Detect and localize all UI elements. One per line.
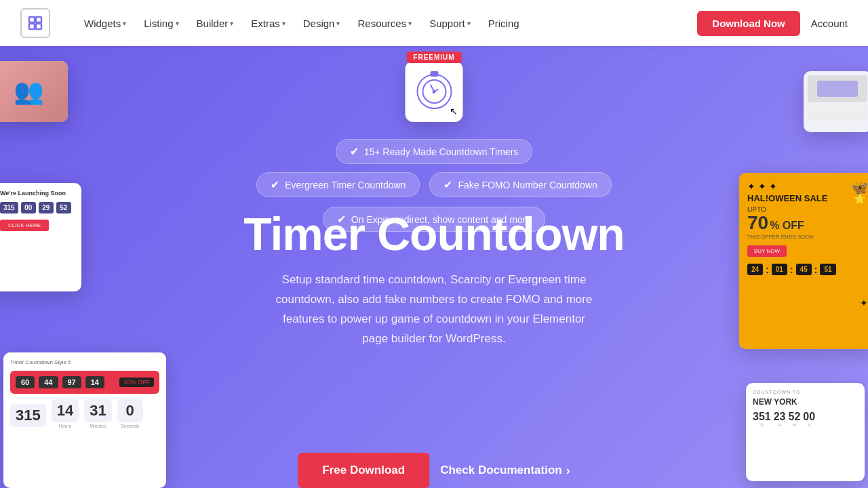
download-now-button[interactable]: Download Now	[697, 11, 800, 36]
hero-heading: Timer Countdown Setup standard time coun…	[197, 210, 671, 349]
hw-hours: 01	[772, 264, 787, 275]
halloween-sale: Hal!oween Sale	[747, 193, 867, 203]
feature-pill-fomo: ✔ Fake FOMO Number Countdown	[429, 172, 611, 197]
halloween-off: % OFF	[770, 220, 804, 232]
check-docs-label: Check Documentation	[440, 464, 561, 477]
nav-links: Widgets ▾ Listing ▾ Builder ▾ Extras ▾ D…	[77, 14, 697, 33]
feature-pill-evergreen: ✔ Evergreen Timer Countdown	[256, 172, 420, 197]
br-seconds: 00	[803, 411, 815, 423]
nav-item-builder[interactable]: Builder ▾	[190, 14, 241, 33]
count-minutes: 29	[39, 202, 54, 214]
halloween-countdown: 24 : 01 : 45 : 51	[747, 264, 867, 275]
halloween-inner: ✦ ✦ ✦ Hal!oween Sale UPTO 70 % OFF THIS …	[739, 173, 868, 349]
hero-title: Timer Countdown	[197, 210, 671, 258]
feature-text-1: 15+ Ready Made Countdown Timers	[364, 146, 519, 157]
account-button[interactable]: Account	[811, 18, 848, 29]
freemium-badge: FREEMIUM	[406, 52, 461, 63]
br-title: COUNTDOWN TO	[753, 390, 858, 394]
hero-section: 👥 We're Launching Soon 315 00 29 52	[0, 0, 868, 488]
check-documentation-button[interactable]: Check Documentation ›	[440, 464, 570, 478]
timer-hour-hand	[434, 89, 439, 92]
free-download-button[interactable]: Free Download	[298, 453, 429, 488]
br-days: 351	[753, 411, 771, 423]
check-icon-2: ✔	[271, 178, 279, 191]
check-icon: ✔	[350, 145, 359, 158]
nav-item-extras[interactable]: Extras ▾	[244, 14, 292, 33]
nav-item-resources[interactable]: Resources ▾	[351, 14, 418, 33]
preview-card-bottom-right: COUNTDOWN TO NEW YORK 351 D 23 H 52 M 00…	[746, 383, 865, 481]
hw-seconds: 51	[820, 264, 835, 275]
cta-buttons: Free Download Check Documentation ›	[298, 453, 570, 488]
lc-seconds: 0	[117, 399, 143, 422]
svg-rect-1	[36, 17, 41, 22]
halloween-stars: ✦ ✦ ✦	[747, 181, 867, 192]
lc-days: 315	[10, 404, 46, 427]
nav-item-listing[interactable]: Listing ▾	[137, 14, 185, 33]
chevron-down-icon: ▾	[467, 20, 471, 27]
center-widget: FREEMIUM ↖	[406, 61, 463, 122]
preview-card-halloween: ✦ ✦ ✦ Hal!oween Sale UPTO 70 % OFF THIS …	[739, 173, 868, 349]
feature-pill-main: ✔ 15+ Ready Made Countdown Timers	[336, 139, 533, 164]
count-seconds: 52	[56, 202, 71, 214]
preview-card-bottom-left: Timer Countdown Style 5 60 44 97 14 10% …	[3, 352, 166, 488]
lc-minutes: 31	[84, 399, 111, 422]
people-image: 👥	[0, 61, 68, 122]
feature-text-2: Evergreen Timer Countdown	[285, 180, 406, 190]
svg-rect-3	[36, 24, 41, 29]
nav-actions: Download Now Account	[697, 11, 848, 36]
nav-item-support[interactable]: Support ▾	[422, 14, 477, 33]
nav-item-pricing[interactable]: Pricing	[481, 14, 526, 33]
feature-text-3: Fake FOMO Number Countdown	[458, 180, 597, 190]
halloween-percent: 70	[747, 214, 768, 232]
chevron-down-icon: ▾	[282, 20, 285, 27]
large-countdown: 315 14 Hours 31 Minutes 0 Seconds	[10, 399, 159, 428]
cursor-icon: ↖	[450, 106, 458, 117]
hw-days: 24	[747, 264, 763, 275]
lc-hours: 14	[52, 399, 79, 422]
br-city: NEW YORK	[753, 397, 858, 407]
preview-card-top-right	[804, 71, 868, 132]
svg-rect-2	[29, 24, 35, 29]
minutes-label: Minutes	[84, 424, 111, 428]
nav-item-widgets[interactable]: Widgets ▾	[77, 14, 133, 33]
click-here-button[interactable]: CLICK HERE	[0, 220, 49, 231]
halloween-btn[interactable]: BUY NOW	[747, 245, 787, 257]
chevron-down-icon: ▾	[176, 20, 179, 27]
chevron-down-icon: ▾	[408, 20, 412, 27]
arrow-right-icon: ›	[566, 464, 570, 478]
seconds-label: Seconds	[117, 424, 143, 428]
br-hours: 23	[774, 411, 786, 423]
count-days: 315	[0, 202, 18, 214]
svg-rect-0	[29, 17, 35, 22]
check-icon-3: ✔	[443, 178, 452, 191]
count-hours: 00	[21, 202, 36, 214]
logo-icon	[20, 8, 50, 38]
chevron-down-icon: ▾	[230, 20, 233, 27]
nav-item-design[interactable]: Design ▾	[296, 14, 347, 33]
chevron-down-icon: ▾	[336, 20, 340, 27]
preview-card-top-left: 👥	[0, 61, 68, 122]
logo[interactable]	[20, 8, 50, 38]
launch-text: We're Launching Soon	[0, 190, 75, 197]
timer-inner-circle	[422, 79, 446, 104]
hours-label: Hours	[52, 424, 79, 428]
countdown-style-label: Timer Countdown Style 5	[10, 359, 159, 365]
countdown-row: 315 00 29 52	[0, 202, 75, 214]
navbar: Widgets ▾ Listing ▾ Builder ▾ Extras ▾ D…	[0, 0, 868, 46]
preview-card-mid-left: We're Launching Soon 315 00 29 52 CLICK …	[0, 183, 81, 291]
hero-description: Setup standard time countdown, Scarcity …	[271, 270, 597, 349]
br-minutes: 52	[789, 411, 801, 423]
hw-minutes: 45	[796, 264, 812, 275]
chevron-down-icon: ▾	[123, 20, 126, 27]
br-countdown: 351 D 23 H 52 M 00 S	[753, 411, 858, 427]
timer-icon	[416, 74, 452, 109]
